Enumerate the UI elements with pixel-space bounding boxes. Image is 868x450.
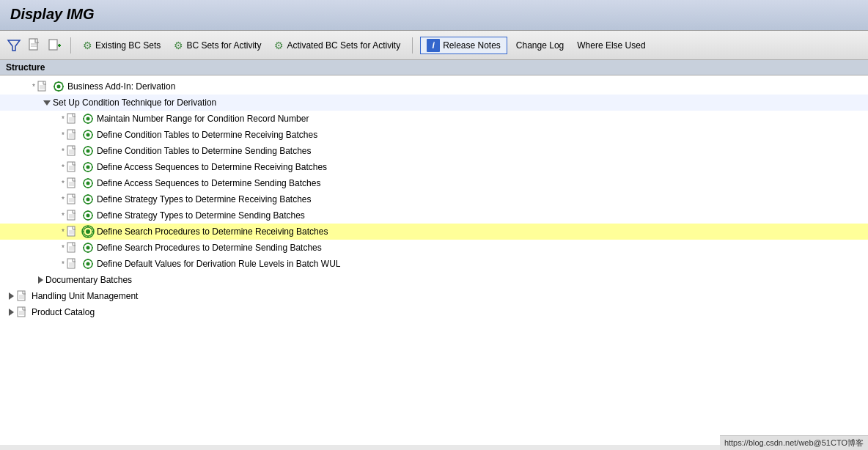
gear-node-icon — [81, 241, 95, 254]
page-add-icon[interactable] — [47, 37, 63, 54]
tree-row[interactable]: * B — [0, 78, 868, 95]
row-text: Handling Unit Management — [32, 291, 138, 301]
tree-row[interactable]: Handling Unit Management — [0, 288, 868, 304]
svg-line-19 — [62, 83, 62, 84]
tree-row[interactable]: * Define Default Values for Derivation R… — [0, 256, 868, 272]
gear-node-icon — [81, 257, 95, 270]
gear-node-icon — [81, 161, 95, 174]
active-gear-icon — [81, 225, 95, 238]
change-log-label: Change Log — [516, 40, 564, 51]
where-else-used-label: Where Else Used — [577, 40, 645, 51]
bullet-icon: * — [62, 228, 65, 236]
bc-sets-icon: ⚙ — [83, 40, 92, 51]
svg-point-107 — [86, 246, 89, 250]
bullet-icon: * — [62, 115, 65, 123]
collapse-icon — [9, 292, 14, 300]
svg-line-18 — [62, 89, 62, 90]
svg-point-66 — [86, 182, 89, 185]
tree-row[interactable]: Documentary Batches — [0, 272, 868, 288]
row-text: Maintain Number Range for Condition Reco… — [97, 114, 309, 124]
existing-bc-sets-btn[interactable]: ⚙ Existing BC Sets — [78, 37, 165, 54]
status-bar: https://blog.csdn.net/web@51CTO博客 — [720, 435, 868, 450]
svg-point-36 — [86, 133, 89, 137]
info-icon: i — [427, 39, 440, 52]
bullet-icon: * — [62, 244, 65, 252]
row-text: Define Search Procedures to Determine Se… — [97, 243, 322, 253]
bullet-icon: * — [32, 83, 35, 91]
existing-bc-sets-label: Existing BC Sets — [95, 40, 161, 51]
gear-node-icon — [81, 209, 95, 222]
tree-row[interactable]: * Define Strategy Types to Determine Sen… — [0, 207, 868, 224]
collapse-icon — [38, 276, 43, 284]
svg-rect-4 — [49, 40, 57, 50]
gear-node-icon — [81, 144, 95, 158]
row-text: Documentary Batches — [45, 275, 132, 285]
release-notes-label: Release Notes — [443, 40, 501, 51]
tree-row[interactable]: * Maintain Number Range for Condition Re… — [0, 111, 868, 127]
tree-row-highlighted[interactable]: * Define Search Procedures to Deter — [0, 224, 868, 240]
document-node-icon-active — [66, 225, 79, 238]
gear-node-icon — [81, 128, 95, 141]
document-icon[interactable] — [26, 37, 43, 54]
document-node-icon — [66, 144, 79, 158]
row-text: Define Access Sequences to Determine Rec… — [97, 162, 327, 172]
document-node-icon — [37, 80, 50, 93]
svg-point-76 — [86, 198, 89, 202]
document-node-icon — [66, 257, 79, 270]
document-node-icon — [66, 128, 79, 141]
svg-line-20 — [55, 89, 56, 90]
bullet-icon: * — [62, 147, 65, 155]
svg-point-86 — [86, 214, 89, 218]
document-node-icon — [66, 112, 79, 125]
bc-activity-icon: ⚙ — [174, 40, 183, 51]
bullet-icon: * — [62, 260, 65, 268]
tree-row[interactable]: * Define Access Sequences to Determine S… — [0, 175, 868, 191]
svg-marker-0 — [8, 40, 20, 51]
row-text: Business Add-In: Derivation — [67, 81, 175, 92]
row-text: Define Strategy Types to Determine Recei… — [97, 194, 312, 204]
where-else-used-btn[interactable]: Where Else Used — [573, 38, 650, 53]
gear-node-icon — [52, 80, 65, 93]
row-text: Define Condition Tables to Determine Rec… — [97, 130, 317, 140]
separator-1 — [70, 37, 71, 54]
svg-point-26 — [86, 117, 89, 121]
document-node-icon — [66, 209, 79, 222]
svg-point-97 — [86, 229, 90, 234]
activated-bc-sets-label: Activated BC Sets for Activity — [287, 40, 400, 51]
bullet-icon: * — [62, 163, 65, 171]
structure-label: Structure — [0, 60, 868, 75]
document-node-icon — [66, 161, 79, 174]
bullet-icon: * — [62, 212, 65, 220]
document-node-icon — [16, 306, 29, 319]
tree-area[interactable]: * B — [0, 75, 868, 445]
title-bar: Display IMG — [0, 0, 868, 31]
tree-row[interactable]: * Define Search Procedures to Determine … — [0, 240, 868, 256]
tree-row[interactable]: * Define Condition Tables to Determine R… — [0, 127, 868, 143]
row-text: Product Catalog — [32, 307, 95, 317]
tree-row[interactable]: Set Up Condition Technique for Derivatio… — [0, 95, 868, 111]
document-node-icon — [66, 177, 79, 190]
bullet-icon: * — [62, 180, 65, 188]
activated-bc-sets-btn[interactable]: ⚙ Activated BC Sets for Activity — [270, 37, 405, 54]
collapse-icon — [9, 309, 14, 316]
tree-row[interactable]: Product Catalog — [0, 304, 868, 320]
change-log-btn[interactable]: Change Log — [512, 38, 568, 53]
bullet-icon: * — [62, 196, 65, 204]
svg-point-117 — [86, 262, 89, 266]
document-node-icon — [16, 289, 29, 303]
svg-line-17 — [55, 83, 56, 84]
status-text: https://blog.csdn.net/web@51CTO博客 — [724, 438, 864, 447]
row-text: Define Search Procedures to Determine Re… — [97, 226, 328, 237]
tree-row[interactable]: * Define Strategy Types to Determine Rec… — [0, 191, 868, 207]
document-node-icon — [66, 193, 79, 206]
page-title: Display IMG — [10, 6, 858, 23]
document-node-icon — [66, 241, 79, 254]
release-notes-btn[interactable]: i Release Notes — [420, 37, 507, 54]
activated-bc-icon: ⚙ — [274, 40, 284, 51]
tree-row[interactable]: * Define Access Sequences to Determine R… — [0, 159, 868, 175]
bc-sets-activity-btn[interactable]: ⚙ BC Sets for Activity — [169, 37, 265, 54]
separator-2 — [412, 37, 413, 54]
row-text: Define Strategy Types to Determine Sendi… — [97, 210, 305, 221]
tree-row[interactable]: * Define Condition Tables to Determine S… — [0, 143, 868, 159]
filter-icon[interactable] — [6, 37, 22, 54]
